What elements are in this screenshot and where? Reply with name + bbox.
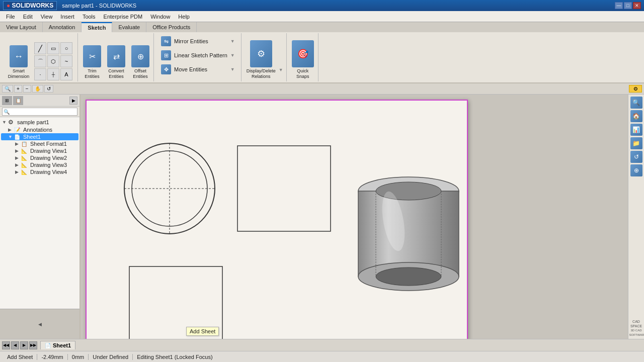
statusbar: Add Sheet -2.49mm 0mm Under Defined Edit… [0,351,644,362]
sheet-tab-sheet1[interactable]: 📄 Sheet1 [40,341,75,349]
menu-window[interactable]: Window [146,13,174,21]
content-row: ⊞ 📋 ▶ ▼ ⚙ sample part1 ▶ 📝 [0,95,644,339]
tree-item-drawing-view2[interactable]: ▶ 📐 Drawing View2 [1,154,78,161]
right-tools-panel: 🔍 🏠 📊 📁 ↺ ⊕ CADSPACE 3D CADSOFTWARE [628,95,644,339]
add-sheet-status: Add Sheet [3,354,37,360]
display-delete-group: ⚙ Display/DeleteRelations ▼ [243,33,287,81]
tab-sketch[interactable]: Sketch [82,22,112,32]
spline-button[interactable]: ~ [60,55,72,67]
mirror-entities-button[interactable]: ⇋ Mirror Entities ▼ [159,35,237,47]
ribbon-content: ↔ Smart Dimension ╱ ▭ ○ ⌒ ⬡ ~ · ┼ A [0,32,644,82]
tree-view-icon[interactable]: ⊞ [2,96,12,105]
nav-first-button[interactable]: ◀◀ [2,341,10,349]
sketch-tools-group: ↔ Smart Dimension ╱ ▭ ○ ⌒ ⬡ ~ · ┼ A [2,33,78,81]
folder-tool-button[interactable]: 📁 [630,137,642,149]
mirror-group: ⇋ Mirror Entities ▼ ⊞ Linear Sketch Patt… [155,33,242,81]
smart-dimension-button[interactable]: ↔ Smart Dimension [5,44,32,80]
menu-insert[interactable]: Insert [56,13,78,21]
trim-entities-button[interactable]: ✂ TrimEntities [82,44,102,80]
y-coord: 0mm [68,354,89,360]
editing-mode: Editing Sheet1 (Locked Focus) [133,354,216,360]
tab-office-products[interactable]: Office Products [146,22,197,32]
svg-point-12 [376,267,441,286]
trim-group: ✂ TrimEntities ⇄ Convert Entities ⊕ Offs… [79,33,154,81]
zoom-fit-button[interactable]: 🔍 [2,85,13,93]
arc-button[interactable]: ⌒ [34,55,46,67]
chart-tool-button[interactable]: 📊 [630,124,642,136]
rectangle-button[interactable]: ▭ [47,42,59,54]
add-tool-button[interactable]: ⊕ [630,164,642,176]
rotate-button[interactable]: ↺ [44,85,53,93]
tab-annotation[interactable]: Annotation [43,22,82,32]
window-controls: — □ ✕ [615,2,641,9]
add-sheet-tooltip: Add Sheet [186,327,219,336]
title-text: sample part1 - SOLIDWORKS [62,3,615,9]
titlebar: ● SOLIDWORKS sample part1 - SOLIDWORKS —… [0,0,644,11]
nav-prev-button[interactable]: ◀ [11,341,19,349]
cadspace-logo: CADSPACE 3D CADSOFTWARE [629,320,643,337]
tree-item-sheet-format1[interactable]: ▶ 📋 Sheet Format1 [1,140,78,147]
svg-rect-4 [237,146,331,231]
point-button[interactable]: · [34,68,46,80]
home-tool-button[interactable]: 🏠 [630,110,642,122]
sheet-tabs: ◀◀ ◀ ▶ ▶▶ 📄 Sheet1 [0,339,644,351]
tab-view-layout[interactable]: View Layout [0,22,43,32]
tree-content: ▼ ⚙ sample part1 ▶ 📝 Annotations ▼ 📄 She… [0,117,79,309]
nav-last-button[interactable]: ▶▶ [29,341,37,349]
zoom-out-button[interactable]: − [23,85,31,93]
nav-next-button[interactable]: ▶ [20,341,28,349]
drawing-sheet: SOLIDWORKS ●●● [86,100,468,339]
expand-all-button[interactable]: ▶ [69,97,77,105]
ribbon: View Layout Annotation Sketch Evaluate O… [0,22,644,83]
menu-file[interactable]: File [2,13,19,21]
tree-item-drawing-view3[interactable]: ▶ 📐 Drawing View3 [1,161,78,168]
menubar: File Edit View Insert Tools Enterprise P… [0,11,644,22]
tab-evaluate[interactable]: Evaluate [112,22,146,32]
tree-item-sheet1[interactable]: ▼ 📄 Sheet1 [1,133,78,140]
tree-item-drawing-view1[interactable]: ▶ 📐 Drawing View1 [1,147,78,154]
circle-button[interactable]: ○ [60,42,72,54]
menu-enterprise-pdm[interactable]: Enterprise PDM [100,13,147,21]
move-entities-button[interactable]: ✥ Move Entities ▼ [159,63,237,75]
close-button[interactable]: ✕ [633,2,641,9]
view-orientation-button[interactable]: ⊙ [629,85,642,93]
polygon-button[interactable]: ⬡ [47,55,59,67]
canvas-area: SOLIDWORKS ●●● [80,95,644,339]
text-button[interactable]: A [60,68,72,80]
convert-entities-button[interactable]: ⇄ Convert Entities [104,44,128,80]
svg-point-0 [124,143,215,234]
tree-item-root[interactable]: ▼ ⚙ sample part1 [1,118,78,126]
definition-status: Under Defined [89,354,133,360]
menu-edit[interactable]: Edit [19,13,37,21]
centerline-button[interactable]: ┼ [47,68,59,80]
x-coord: -2.49mm [37,354,67,360]
menu-help[interactable]: Help [174,13,194,21]
drawing-svg [87,101,467,339]
display-delete-relations-button[interactable]: ⚙ Display/DeleteRelations [246,39,277,80]
collapse-handle[interactable]: ◀ [0,309,79,339]
property-manager-icon[interactable]: 📋 [13,96,23,105]
maximize-button[interactable]: □ [624,2,632,9]
refresh-tool-button[interactable]: ↺ [630,151,642,163]
tree-item-annotations[interactable]: ▶ 📝 Annotations [1,126,78,133]
linear-sketch-pattern-button[interactable]: ⊞ Linear Sketch Pattern ▼ [159,49,237,61]
tree-toolbar: ⊞ 📋 ▶ [0,95,79,107]
menu-view[interactable]: View [37,13,57,21]
ribbon-tabs: View Layout Annotation Sketch Evaluate O… [0,22,644,32]
tree-filter-input[interactable] [2,108,77,116]
quick-snaps-button[interactable]: 🎯 Quick Snaps [291,39,315,80]
zoom-in-button[interactable]: + [14,85,22,93]
quick-snaps-group: 🎯 Quick Snaps [288,33,318,81]
feature-tree: ⊞ 📋 ▶ ▼ ⚙ sample part1 ▶ 📝 [0,95,80,339]
search-tool-button[interactable]: 🔍 [630,97,642,109]
tree-item-drawing-view4[interactable]: ▶ 📐 Drawing View4 [1,168,78,175]
pan-button[interactable]: ✋ [32,85,43,93]
sw-logo: ● SOLIDWORKS [3,1,57,10]
offset-entities-button[interactable]: ⊕ OffsetEntities [130,44,150,80]
body-area: 🔍 + − ✋ ↺ ⊙ ⊞ 📋 ▶ ▼ ⚙ [0,83,644,362]
line-button[interactable]: ╱ [34,42,46,54]
view-toolbar: 🔍 + − ✋ ↺ ⊙ [0,83,644,95]
menu-tools[interactable]: Tools [78,13,100,21]
minimize-button[interactable]: — [615,2,623,9]
